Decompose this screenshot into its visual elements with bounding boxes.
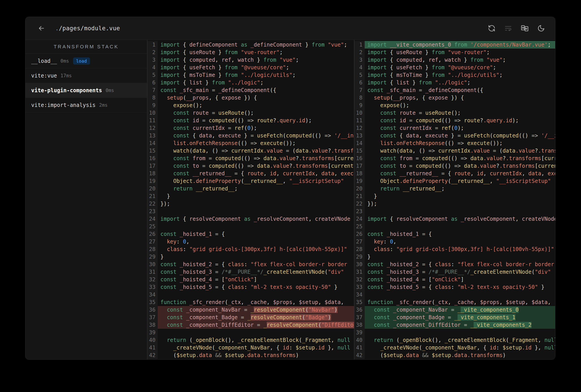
code-line: 1import __vite_components_0 from '/compo… (354, 41, 556, 48)
code-text: const _component_NavBar = __vite_compone… (365, 306, 556, 314)
line-number: 29 (354, 253, 365, 260)
line-number: 7 (148, 86, 158, 94)
code-line: 42 ($setup.data && $setup.data.transform… (354, 352, 556, 359)
transform-stack-item[interactable]: __load__0msload (26, 54, 147, 68)
code-text: const from = computed(() => data.value?.… (158, 154, 354, 162)
code-line: 36 const _component_NavBar = _resolveCom… (148, 306, 354, 314)
code-text: } (158, 192, 354, 200)
code-line: 37 const _component_Badge = _resolveComp… (148, 314, 354, 321)
code-text: const _component_Badge = _resolveCompone… (158, 314, 354, 321)
code-text (365, 223, 556, 230)
code-line: 36 const _component_NavBar = __vite_comp… (354, 306, 556, 314)
code-text (365, 291, 556, 298)
code-text: setup(__props, { expose }) { (158, 94, 354, 102)
code-line: 30const _hoisted_2 = { class: "flex flex… (148, 260, 354, 268)
line-number: 31 (148, 268, 158, 276)
line-number: 24 (148, 215, 158, 223)
side-by-side-icon[interactable] (520, 24, 529, 32)
line-number: 33 (148, 283, 158, 291)
code-line: 25 (148, 223, 354, 230)
code-text: import { useRoute } from "vue-router"; (365, 48, 556, 56)
line-number: 29 (148, 253, 158, 260)
code-line: 37 const _component_Badge = __vite_compo… (354, 314, 556, 321)
code-line: 12 const currentIdx = ref(0); (354, 124, 556, 132)
refresh-icon[interactable] (488, 24, 496, 32)
code-text: } (365, 192, 556, 200)
code-text: const __returned__ = { route, id, curren… (158, 170, 354, 177)
line-number: 14 (148, 140, 158, 147)
line-number: 10 (148, 109, 158, 117)
line-number: 2 (148, 48, 158, 56)
line-number: 36 (354, 306, 365, 314)
code-line: 39 (354, 329, 556, 336)
code-text: const _hoisted_2 = { class: "flex flex-c… (158, 260, 354, 268)
plugin-time: 2ms (99, 102, 108, 108)
back-button[interactable] (37, 24, 46, 33)
line-number: 31 (354, 268, 365, 276)
line-number: 32 (354, 276, 365, 283)
code-text: import { useRoute } from "vue-router"; (158, 48, 354, 56)
code-text: ($setup.data && $setup.data.transforms) (365, 352, 556, 359)
diff-pane-before[interactable]: 1import { defineComponent as _defineComp… (148, 40, 354, 360)
line-number: 8 (354, 94, 365, 102)
code-line: 29} (354, 253, 556, 260)
diff-view: 1import { defineComponent as _defineComp… (148, 40, 556, 360)
transform-stack-item[interactable]: vite:import-analysis2ms (26, 98, 147, 112)
code-text: const from = computed(() => data.value?.… (365, 154, 556, 162)
code-line: 22}); (148, 200, 354, 208)
code-text: Object.defineProperty(__returned__, "__i… (365, 177, 556, 185)
code-line: 12 const currentIdx = ref(0); (148, 124, 354, 132)
line-number: 6 (354, 79, 365, 86)
main-area: TRANSFORM STACK __load__0msloadvite:vue1… (26, 40, 555, 360)
transform-stack-item[interactable]: vite-plugin-components0ms (26, 83, 147, 98)
code-text: class: "grid grid-cols-[300px,3fr] h-[ca… (158, 246, 354, 253)
line-number: 38 (148, 321, 158, 329)
code-line: 23 (354, 208, 556, 215)
line-number: 7 (354, 86, 365, 94)
transform-stack-item[interactable]: vite:vue17ms (26, 68, 147, 83)
dark-mode-icon[interactable] (537, 24, 545, 32)
transform-stack-list: __load__0msloadvite:vue17msvite-plugin-c… (26, 54, 147, 112)
line-number: 12 (354, 124, 365, 132)
code-text: const _sfc_main = _defineComponent({ (158, 86, 354, 94)
code-text: setup(__props, { expose }) { (365, 94, 556, 102)
code-line: 28 class: "grid grid-cols-[300px,3fr] h-… (354, 246, 556, 253)
code-line: 15 watch(data, () => currentIdx.value = … (148, 147, 354, 154)
line-number: 35 (148, 298, 158, 306)
line-number: 18 (354, 170, 365, 177)
plugin-time: 0ms (60, 58, 69, 64)
line-number: 26 (148, 230, 158, 238)
code-line: 27 key: 0, (148, 238, 354, 246)
code-text: return (_openBlock(), _createElementBloc… (158, 336, 354, 344)
code-line: 40 return (_openBlock(), _createElementB… (354, 336, 556, 344)
code-text (158, 329, 354, 336)
code-text: function _sfc_render(_ctx, _cache, $prop… (365, 298, 556, 306)
line-number: 17 (148, 162, 158, 170)
line-number: 15 (354, 147, 365, 154)
code-line: 8 setup(__props, { expose }) { (148, 94, 354, 102)
code-line: 21 } (148, 192, 354, 200)
line-number: 12 (148, 124, 158, 132)
code-text: const id = computed(() => route?.query.i… (365, 117, 556, 124)
code-text: const _sfc_main = _defineComponent({ (365, 86, 556, 94)
load-badge: load (73, 58, 90, 64)
code-line: 4import { useFetch } from "@vueuse/core"… (354, 64, 556, 71)
code-text: key: 0, (158, 238, 354, 246)
plugin-name: vite-plugin-components (31, 87, 102, 94)
code-line: 6import { list } from "../logic"; (148, 79, 354, 86)
code-text: const _hoisted_2 = { class: "flex flex-c… (365, 260, 556, 268)
line-number: 28 (354, 246, 365, 253)
inline-diff-icon[interactable] (504, 24, 512, 32)
diff-pane-after[interactable]: 1import __vite_components_0 from '/compo… (354, 40, 556, 360)
code-line: 42 ($setup.data && $setup.data.transform… (148, 352, 354, 359)
plugin-name: vite:vue (31, 72, 57, 79)
code-text: } (365, 253, 556, 260)
code-text: import { useFetch } from "@vueuse/core"; (365, 64, 556, 71)
code-text: const currentIdx = ref(0); (365, 124, 556, 132)
code-line: 32const _hoisted_4 = ["onClick"] (148, 276, 354, 283)
code-line: 34 (148, 291, 354, 298)
line-number: 1 (148, 41, 158, 48)
code-text: return __returned__; (365, 185, 556, 192)
code-line: 3import { computed, ref, watch } from "v… (148, 56, 354, 64)
code-line: 18 const __returned__ = { route, id, cur… (354, 170, 556, 177)
